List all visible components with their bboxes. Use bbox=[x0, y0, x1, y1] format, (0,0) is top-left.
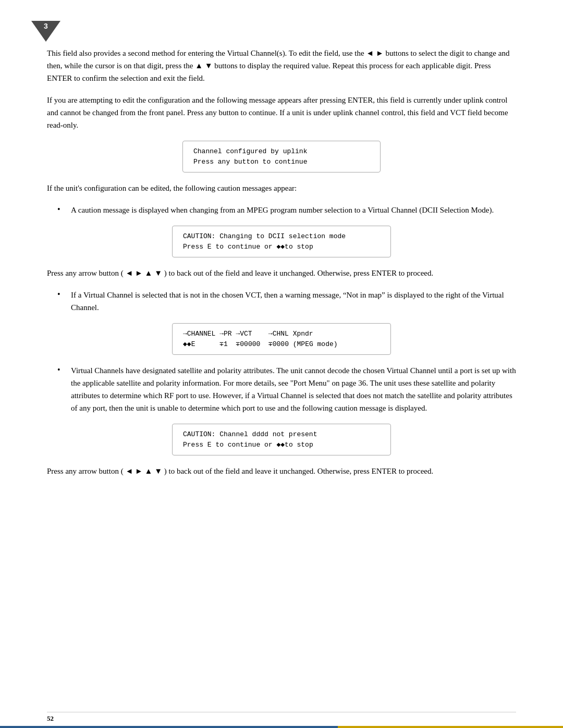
page-number: 52 bbox=[47, 714, 54, 723]
codebox-3: →CHANNEL →PR →VCT →CHNL Xpndr ◆◆E ∓1 ∓00… bbox=[172, 323, 391, 355]
codebox-2-line-1: CAUTION: Changing to DCII selection mode bbox=[183, 231, 380, 242]
arrow-up-icon: ▲ bbox=[195, 61, 203, 70]
paragraph-4: Press any arrow button ( ◄ ► ▲ ▼ ) to ba… bbox=[47, 267, 516, 279]
chapter-number: 3 bbox=[31, 22, 60, 30]
footer-line bbox=[47, 712, 516, 712]
bullet-text-3: Virtual Channels have designated satelli… bbox=[71, 364, 516, 414]
codebox-3-line-1: →CHANNEL →PR →VCT →CHNL Xpndr bbox=[183, 329, 380, 339]
paragraph-3: If the unit's configuration can be edite… bbox=[47, 182, 516, 194]
bullet-item-1: • A caution message is displayed when ch… bbox=[47, 204, 516, 216]
arrow-down-icon: ▼ bbox=[205, 61, 213, 70]
codebox-2: CAUTION: Changing to DCII selection mode… bbox=[172, 226, 391, 257]
bullet-dot-2: • bbox=[57, 290, 68, 299]
codebox-4-line-2: Press E to continue or ◆◆to stop bbox=[183, 440, 380, 450]
codebox-3-line-2: ◆◆E ∓1 ∓00000 ∓0000 (MPEG mode) bbox=[183, 339, 380, 350]
codebox-1-line-2: Press any button to continue bbox=[193, 157, 370, 167]
content-area: This field also provides a second method… bbox=[47, 47, 516, 477]
bullet-dot-1: • bbox=[57, 205, 68, 214]
page-container: 3 This field also provides a second meth… bbox=[0, 0, 563, 728]
footer-bar bbox=[0, 726, 563, 728]
codebox-2-line-2: Press E to continue or ◆◆to stop bbox=[183, 242, 380, 252]
arrow-left-icon: ◄ bbox=[366, 48, 374, 57]
bullet-text-1: A caution message is displayed when chan… bbox=[71, 204, 516, 216]
bullet-item-2: • If a Virtual Channel is selected that … bbox=[47, 289, 516, 314]
bullet-dot-3: • bbox=[57, 365, 68, 375]
paragraph-5: Press any arrow button ( ◄ ► ▲ ▼ ) to ba… bbox=[47, 465, 516, 477]
bullet-item-3: • Virtual Channels have designated satel… bbox=[47, 364, 516, 414]
codebox-1-line-1: Channel configured by uplink bbox=[193, 146, 370, 157]
codebox-1: Channel configured by uplink Press any b… bbox=[182, 141, 381, 172]
bullet-text-2: If a Virtual Channel is selected that is… bbox=[71, 289, 516, 314]
codebox-4-line-1: CAUTION: Channel dddd not present bbox=[183, 429, 380, 440]
paragraph-2: If you are attempting to edit the config… bbox=[47, 94, 516, 131]
arrow-right-icon: ► bbox=[376, 48, 384, 57]
paragraph-1: This field also provides a second method… bbox=[47, 47, 516, 84]
codebox-4: CAUTION: Channel dddd not present Press … bbox=[172, 424, 391, 455]
